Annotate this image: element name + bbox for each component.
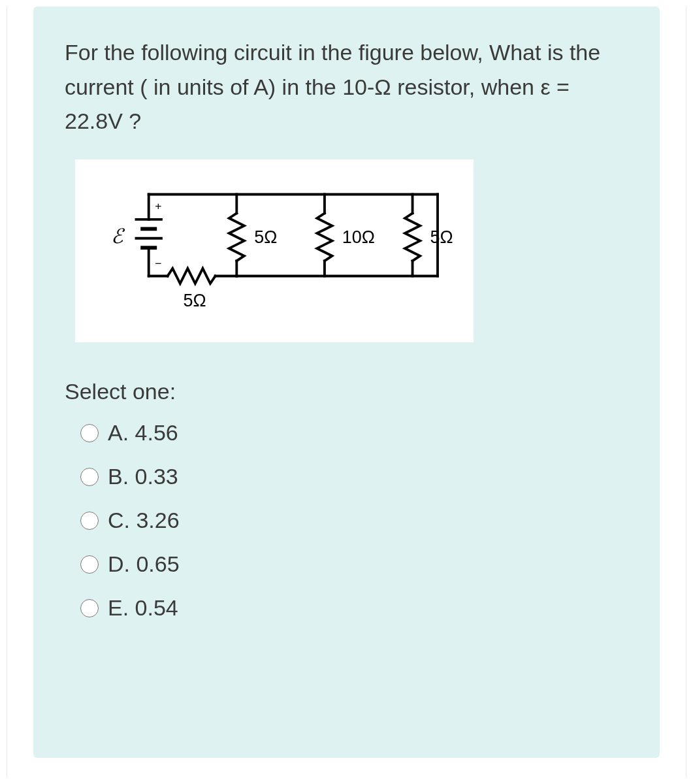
option-c-label[interactable]: C. 3.26	[108, 508, 180, 533]
emf-label: ℰ	[111, 226, 125, 248]
option-e-label[interactable]: E. 0.54	[108, 595, 178, 621]
r4-label: 5Ω	[430, 228, 453, 248]
r3-label: 10Ω	[342, 228, 375, 248]
option-b-label[interactable]: B. 0.33	[108, 464, 178, 489]
radio-d[interactable]	[80, 555, 99, 574]
radio-c[interactable]	[80, 512, 99, 530]
option-d-label[interactable]: D. 0.65	[108, 551, 180, 577]
radio-a[interactable]	[80, 424, 99, 442]
option-c[interactable]: C. 3.26	[80, 508, 628, 533]
option-e[interactable]: E. 0.54	[80, 595, 628, 621]
option-d[interactable]: D. 0.65	[80, 551, 628, 577]
r1-label: 5Ω	[184, 291, 206, 310]
option-a-label[interactable]: A. 4.56	[108, 420, 178, 446]
svg-text:−: −	[155, 257, 161, 270]
svg-text:+: +	[155, 199, 161, 212]
question-card: For the following circuit in the figure …	[33, 7, 660, 758]
question-text: For the following circuit in the figure …	[65, 35, 628, 139]
option-b[interactable]: B. 0.33	[80, 464, 628, 489]
select-one-label: Select one:	[65, 379, 628, 404]
option-a[interactable]: A. 4.56	[80, 420, 628, 446]
radio-b[interactable]	[80, 468, 99, 486]
r2-label: 5Ω	[254, 228, 277, 248]
radio-e[interactable]	[80, 599, 99, 617]
options-list: A. 4.56 B. 0.33 C. 3.26 D. 0.65 E. 0.54	[65, 420, 628, 621]
circuit-diagram: + −	[75, 159, 474, 342]
